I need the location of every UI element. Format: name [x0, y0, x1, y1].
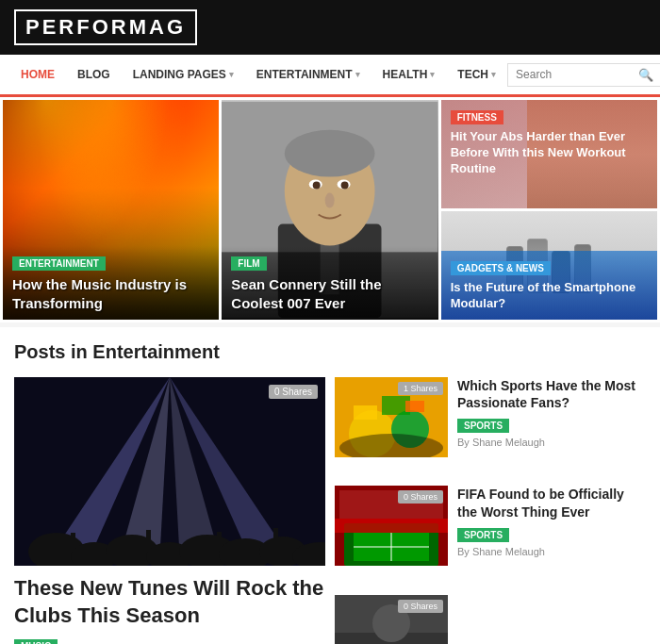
- svg-rect-29: [405, 401, 424, 412]
- hero-concert-category: ENTERTAINMENT: [12, 256, 106, 271]
- nav-items: HOME BLOG LANDING PAGES ▾ ENTERTAINMENT …: [9, 55, 507, 94]
- svg-rect-23: [273, 528, 278, 552]
- side-post-1-image: 1 Shares: [335, 377, 448, 457]
- hero-gadgets[interactable]: GADGETS & NEWS Is the Future of the Smar…: [441, 211, 657, 320]
- side-post-1-title: Which Sports Have the Most Passionate Fa…: [457, 377, 646, 411]
- side-post-2-image: 0 Shares: [335, 486, 448, 566]
- posts-grid: 0 Shares: [14, 377, 646, 644]
- nav-item-home[interactable]: HOME: [9, 55, 66, 97]
- side-post-3-shares: 0 Shares: [398, 600, 443, 613]
- hero-fitness[interactable]: FITNESS Hit Your Abs Harder than Ever Be…: [441, 100, 657, 208]
- main-post[interactable]: 0 Shares: [14, 377, 325, 644]
- svg-point-7: [313, 182, 321, 190]
- main-post-shares: 0 Shares: [269, 385, 318, 399]
- hero-fitness-title: Hit Your Abs Harder than Ever Before Wit…: [451, 129, 648, 177]
- svg-rect-21: [146, 530, 151, 551]
- side-post-1-shares: 1 Shares: [398, 382, 443, 395]
- search-icon[interactable]: 🔍: [638, 68, 653, 82]
- hero-connery-title: Sean Connery Still the Coolest 007 Ever: [231, 275, 428, 312]
- hero-grid: ENTERTAINMENT How the Music Industry is …: [0, 97, 660, 322]
- hero-connery[interactable]: FILM Sean Connery Still the Coolest 007 …: [222, 100, 437, 320]
- side-post-2-author: By Shane Melaugh: [457, 546, 646, 557]
- nav-item-health[interactable]: HEALTH ▾: [371, 55, 447, 94]
- side-post-3[interactable]: 0 Shares: [335, 595, 646, 644]
- hero-gadgets-title: Is the Future of the Smartphone Modular?: [451, 280, 648, 312]
- side-post-1[interactable]: 1 Shares Which Sports Have the Most Pass…: [335, 377, 646, 467]
- side-post-3-image: 0 Shares: [335, 595, 448, 644]
- hero-concert[interactable]: ENTERTAINMENT How the Music Industry is …: [3, 100, 219, 320]
- svg-rect-20: [71, 533, 75, 552]
- hero-connery-category: FILM: [231, 256, 266, 271]
- side-post-1-category[interactable]: SPORTS: [457, 419, 509, 433]
- nav-item-landing[interactable]: LANDING PAGES ▾: [122, 55, 245, 94]
- posts-section: Posts in Entertainment 0 Shares: [0, 327, 660, 644]
- main-post-image: 0 Shares: [14, 377, 325, 566]
- svg-rect-28: [354, 405, 377, 420]
- search-input[interactable]: [516, 68, 638, 81]
- posts-section-title: Posts in Entertainment: [14, 341, 646, 363]
- svg-rect-22: [217, 532, 222, 551]
- side-post-2-content: FIFA Found to be Officially the Worst Th…: [457, 486, 646, 556]
- side-post-2-category[interactable]: SPORTS: [457, 528, 509, 542]
- site-header: PERFORMAG: [0, 0, 660, 55]
- nav-item-tech[interactable]: TECH ▾: [446, 55, 507, 94]
- svg-point-9: [325, 193, 335, 208]
- side-post-2-title: FIFA Found to be Officially the Worst Th…: [457, 486, 646, 520]
- svg-point-4: [285, 130, 375, 177]
- side-post-1-content: Which Sports Have the Most Passionate Fa…: [457, 377, 646, 448]
- nav-item-blog[interactable]: BLOG: [66, 55, 122, 94]
- search-box: 🔍: [507, 63, 660, 87]
- nav-bar: HOME BLOG LANDING PAGES ▾ ENTERTAINMENT …: [0, 55, 660, 97]
- side-post-2-shares: 0 Shares: [398, 490, 443, 504]
- site-logo[interactable]: PERFORMAG: [14, 9, 197, 45]
- side-post-1-author: By Shane Melaugh: [457, 437, 646, 448]
- main-post-title: These New Tunes Will Rock the Clubs This…: [14, 575, 325, 629]
- side-post-2[interactable]: 0 Shares FIFA Found to be Officially the…: [335, 486, 646, 575]
- svg-rect-33: [335, 519, 448, 533]
- hero-concert-title: How the Music Industry is Transforming: [12, 275, 209, 312]
- hero-gadgets-category: GADGETS & NEWS: [451, 261, 551, 275]
- nav-item-entertainment[interactable]: ENTERTAINMENT ▾: [245, 55, 371, 94]
- main-post-content: These New Tunes Will Rock the Clubs This…: [14, 566, 325, 644]
- hero-fitness-category: FITNESS: [451, 110, 503, 124]
- main-post-category[interactable]: MUSIC: [14, 639, 58, 644]
- svg-point-8: [341, 182, 349, 190]
